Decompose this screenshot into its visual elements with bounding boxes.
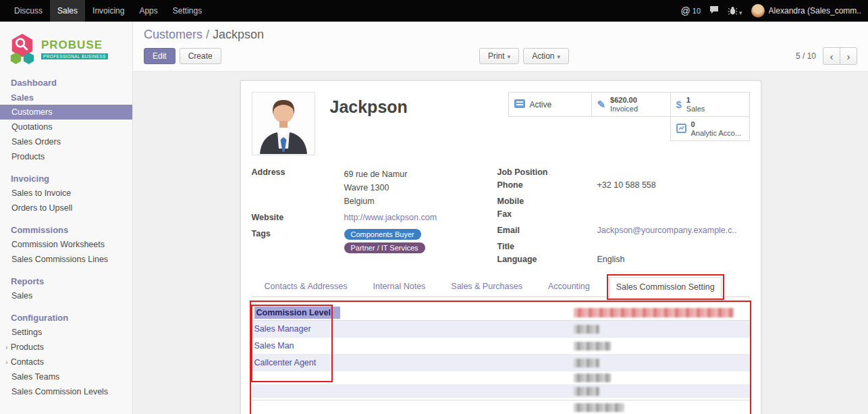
sidebar-item-sales-orders[interactable]: Sales Orders	[0, 134, 132, 149]
title-label: Title	[497, 242, 597, 253]
redacted-footer-cell	[574, 403, 624, 412]
phone-value: +32 10 588 558	[597, 180, 656, 192]
active-stat-button[interactable]: Active	[508, 92, 592, 117]
mention-icon: @	[681, 5, 690, 16]
user-avatar	[751, 4, 765, 18]
breadcrumb-current: Jackpson	[213, 28, 264, 41]
sidebar-heading-commissions[interactable]: Commissions	[0, 222, 132, 237]
create-button[interactable]: Create	[180, 48, 221, 64]
table-footer-row	[252, 400, 750, 414]
active-toggle-icon	[514, 99, 525, 109]
pager-counter: 5 / 10	[796, 51, 816, 61]
customer-form-sheet: Jackpson Active ✎ $620.00Invoiced	[240, 80, 761, 414]
sidebar-item-reports-sales[interactable]: Sales	[0, 288, 132, 303]
expand-arrow-icon: ›	[5, 358, 8, 366]
tab-bar: Contacts & Addresses Internal Notes Sale…	[252, 277, 750, 297]
tab-internal-notes[interactable]: Internal Notes	[367, 277, 431, 296]
commission-level-table: Commission Level Sales Manager Sales Man	[252, 305, 750, 414]
address-label: Address	[252, 167, 344, 208]
form-view: Jackpson Active ✎ $620.00Invoiced	[133, 72, 868, 414]
table-row-empty[interactable]	[252, 385, 750, 398]
sidebar-heading-invoicing[interactable]: Invoicing	[0, 171, 132, 186]
tab-sales-commission-setting[interactable]: Sales Commission Setting	[609, 277, 722, 297]
tab-accounting[interactable]: Accounting	[542, 277, 596, 296]
table-row-sales-man[interactable]: Sales Man	[252, 338, 750, 355]
table-row-sales-manager[interactable]: Sales Manager	[252, 321, 750, 338]
table-row-empty[interactable]	[252, 371, 750, 385]
field-area: Address 69 rue de Namur Wavre 1300 Belgi…	[252, 167, 750, 267]
phone-label: Phone	[497, 180, 597, 192]
breadcrumb-separator: /	[206, 28, 209, 41]
action-dropdown[interactable]: Action▾	[523, 48, 569, 64]
sidebar: PROBUSE PROFESSIONAL BUSINESS Dashboard …	[0, 22, 133, 414]
sidebar-item-config-products[interactable]: ›Products	[0, 340, 132, 355]
pager-previous-button[interactable]: ‹	[823, 47, 840, 65]
sidebar-heading-configuration[interactable]: Configuration	[0, 310, 132, 325]
mobile-label: Mobile	[497, 197, 597, 208]
fax-label: Fax	[497, 209, 597, 221]
language-label: Language	[497, 255, 597, 266]
redacted-header-cell	[574, 308, 734, 317]
invoiced-stat-button[interactable]: ✎ $620.00Invoiced	[591, 92, 671, 117]
menu-settings[interactable]: Settings	[165, 0, 209, 22]
sidebar-item-orders-to-upsell[interactable]: Orders to Upsell	[0, 201, 132, 215]
tag-partner-it-services: Partner / IT Services	[344, 242, 425, 253]
commission-level-column-header[interactable]: Commission Level	[254, 307, 340, 319]
messages-icon[interactable]	[709, 5, 719, 16]
tab-contacts-addresses[interactable]: Contacts & Addresses	[259, 277, 354, 296]
menu-discuss[interactable]: Discuss	[7, 0, 50, 22]
website-link[interactable]: http://www.jackpson.com	[344, 213, 437, 224]
pencil-icon: ✎	[597, 99, 606, 111]
sidebar-heading-dashboard[interactable]: Dashboard	[0, 75, 132, 90]
systray: @ 10 ▾ Alexandra (Sales_comm..	[681, 4, 861, 18]
email-link[interactable]: Jackpson@yourcompany.example.c..	[597, 226, 737, 237]
sidebar-item-commission-worksheets[interactable]: Commission Worksheets	[0, 237, 132, 252]
caret-down-icon: ▾	[558, 53, 561, 60]
sidebar-item-customers[interactable]: Customers	[0, 105, 132, 120]
breadcrumb-customers[interactable]: Customers	[144, 28, 202, 41]
sidebar-item-sales-commission-levels[interactable]: Sales Commission Levels	[0, 384, 132, 399]
menu-sales[interactable]: Sales	[50, 0, 85, 22]
dollar-icon: $	[676, 99, 682, 110]
logo-subtitle: PROFESSIONAL BUSINESS	[41, 53, 108, 59]
table-row-callcenter-agent[interactable]: Callcenter Agent	[252, 355, 750, 371]
tag-components-buyer: Components Buyer	[344, 229, 421, 240]
stat-button-box: Active ✎ $620.00Invoiced $ 1Sales	[508, 92, 750, 140]
breadcrumb: Customers/Jackpson	[144, 28, 857, 42]
print-dropdown[interactable]: Print▾	[479, 48, 519, 64]
address-value: 69 rue de Namur Wavre 1300 Belgium	[344, 167, 408, 208]
redacted-cell	[574, 387, 599, 396]
logo-title: PROBUSE	[41, 38, 108, 52]
mention-count: 10	[693, 7, 701, 15]
user-menu[interactable]: Alexandra (Sales_comm..	[751, 4, 861, 18]
sidebar-item-config-contacts[interactable]: ›Contacts	[0, 355, 132, 369]
sidebar-item-sales-to-invoice[interactable]: Sales to Invoice	[0, 186, 132, 201]
user-name: Alexandra (Sales_comm..	[769, 6, 861, 16]
menu-invoicing[interactable]: Invoicing	[85, 0, 132, 22]
probuse-logo-icon	[8, 33, 36, 64]
topbar: Discuss Sales Invoicing Apps Settings @ …	[0, 0, 868, 22]
ledger-icon	[676, 124, 686, 134]
sidebar-heading-reports[interactable]: Reports	[0, 274, 132, 288]
tags-value: Components Buyer Partner / IT Services	[344, 229, 425, 253]
probuse-logo[interactable]: PROBUSE PROFESSIONAL BUSINESS	[0, 22, 132, 75]
sales-stat-button[interactable]: $ 1Sales	[670, 92, 750, 117]
notebook: Contacts & Addresses Internal Notes Sale…	[252, 277, 750, 414]
customer-photo	[252, 92, 315, 155]
sidebar-item-settings[interactable]: Settings	[0, 325, 132, 340]
pager-next-button[interactable]: ›	[840, 47, 857, 65]
sidebar-item-quotations[interactable]: Quotations	[0, 120, 132, 134]
sidebar-heading-sales[interactable]: Sales	[0, 90, 132, 105]
analytic-accounts-stat-button[interactable]: 0Analytic Acco...	[670, 116, 750, 141]
mention-counter[interactable]: @ 10	[681, 5, 701, 16]
sidebar-item-sales-teams[interactable]: Sales Teams	[0, 369, 132, 384]
edit-button[interactable]: Edit	[144, 48, 175, 64]
sidebar-item-sales-commissions-lines[interactable]: Sales Commissions Lines	[0, 252, 132, 267]
tab-sales-purchases[interactable]: Sales & Purchases	[445, 277, 528, 296]
sidebar-item-products[interactable]: Products	[0, 149, 132, 164]
redacted-cell	[574, 373, 611, 382]
website-label: Website	[252, 213, 344, 224]
debug-bug-icon[interactable]: ▾	[728, 5, 742, 17]
sidebar-nav: Dashboard Sales Customers Quotations Sal…	[0, 75, 132, 399]
menu-apps[interactable]: Apps	[132, 0, 165, 22]
